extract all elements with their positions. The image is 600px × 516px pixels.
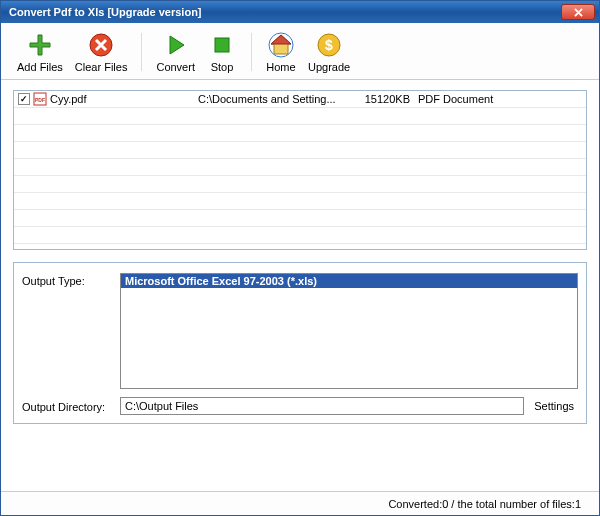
play-icon bbox=[162, 31, 190, 59]
close-button[interactable] bbox=[561, 4, 595, 20]
file-row-empty bbox=[14, 193, 586, 210]
pdf-icon: PDF bbox=[33, 92, 47, 106]
file-row-empty bbox=[14, 176, 586, 193]
convert-button[interactable]: Convert bbox=[150, 29, 201, 75]
file-row-empty bbox=[14, 210, 586, 227]
home-button[interactable]: Home bbox=[260, 29, 302, 75]
stop-button[interactable]: Stop bbox=[201, 29, 243, 75]
file-size: 15120KB bbox=[344, 93, 414, 105]
file-checkbox[interactable] bbox=[18, 93, 30, 105]
clear-files-label: Clear Files bbox=[75, 61, 128, 73]
toolbar: Add Files Clear Files Convert Stop bbox=[1, 23, 599, 80]
window-title: Convert Pdf to Xls [Upgrade version] bbox=[9, 6, 561, 18]
convert-label: Convert bbox=[156, 61, 195, 73]
toolbar-separator bbox=[141, 33, 142, 71]
svg-rect-1 bbox=[215, 38, 229, 52]
upgrade-label: Upgrade bbox=[308, 61, 350, 73]
file-row-empty bbox=[14, 227, 586, 244]
output-dir-input[interactable] bbox=[120, 397, 524, 415]
output-type-item-selected[interactable]: Microsoft Office Excel 97-2003 (*.xls) bbox=[121, 274, 577, 288]
clear-icon bbox=[87, 31, 115, 59]
file-row-empty bbox=[14, 159, 586, 176]
output-type-label: Output Type: bbox=[22, 273, 114, 287]
plus-icon bbox=[26, 31, 54, 59]
clear-files-button[interactable]: Clear Files bbox=[69, 29, 134, 75]
add-files-button[interactable]: Add Files bbox=[11, 29, 69, 75]
output-type-row: Output Type: Microsoft Office Excel 97-2… bbox=[22, 273, 578, 389]
stop-icon bbox=[208, 31, 236, 59]
file-list[interactable]: PDF Cyy.pdf C:\Documents and Setting... … bbox=[13, 90, 587, 250]
output-dir-label: Output Directory: bbox=[22, 399, 114, 413]
file-type: PDF Document bbox=[414, 93, 586, 105]
file-name-cell: PDF Cyy.pdf bbox=[14, 92, 194, 106]
stop-label: Stop bbox=[211, 61, 234, 73]
status-text: Converted:0 / the total number of files:… bbox=[388, 498, 581, 510]
app-window: Convert Pdf to Xls [Upgrade version] Add… bbox=[0, 0, 600, 516]
file-row-empty bbox=[14, 142, 586, 159]
svg-text:PDF: PDF bbox=[35, 97, 45, 103]
file-row-empty bbox=[14, 108, 586, 125]
home-icon bbox=[267, 31, 295, 59]
file-path: C:\Documents and Setting... bbox=[194, 93, 344, 105]
upgrade-icon: $ bbox=[315, 31, 343, 59]
titlebar: Convert Pdf to Xls [Upgrade version] bbox=[1, 1, 599, 23]
add-files-label: Add Files bbox=[17, 61, 63, 73]
svg-text:$: $ bbox=[325, 37, 333, 53]
content-area: PDF Cyy.pdf C:\Documents and Setting... … bbox=[1, 80, 599, 491]
toolbar-separator bbox=[251, 33, 252, 71]
file-row[interactable]: PDF Cyy.pdf C:\Documents and Setting... … bbox=[14, 91, 586, 108]
file-name: Cyy.pdf bbox=[50, 93, 86, 105]
home-label: Home bbox=[266, 61, 295, 73]
output-type-list[interactable]: Microsoft Office Excel 97-2003 (*.xls) bbox=[120, 273, 578, 389]
settings-button[interactable]: Settings bbox=[530, 398, 578, 414]
file-row-empty bbox=[14, 125, 586, 142]
upgrade-button[interactable]: $ Upgrade bbox=[302, 29, 356, 75]
statusbar: Converted:0 / the total number of files:… bbox=[1, 491, 599, 515]
close-icon bbox=[574, 8, 583, 17]
output-dir-row: Output Directory: Settings bbox=[22, 397, 578, 415]
output-panel: Output Type: Microsoft Office Excel 97-2… bbox=[13, 262, 587, 424]
